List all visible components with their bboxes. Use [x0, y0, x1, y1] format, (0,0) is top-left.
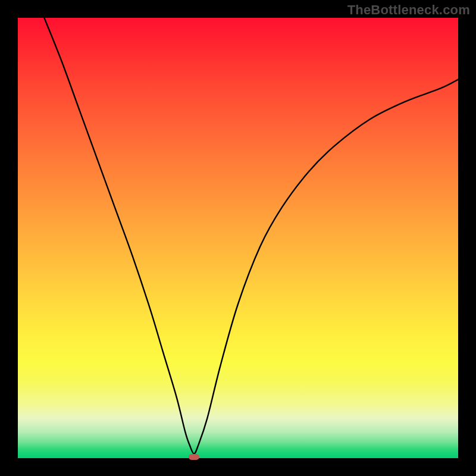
chart-container: TheBottleneck.com [0, 0, 476, 476]
bottleneck-curve-path [44, 18, 458, 454]
optimal-marker [189, 454, 199, 460]
curve-svg [18, 18, 458, 458]
watermark-text: TheBottleneck.com [347, 2, 470, 18]
